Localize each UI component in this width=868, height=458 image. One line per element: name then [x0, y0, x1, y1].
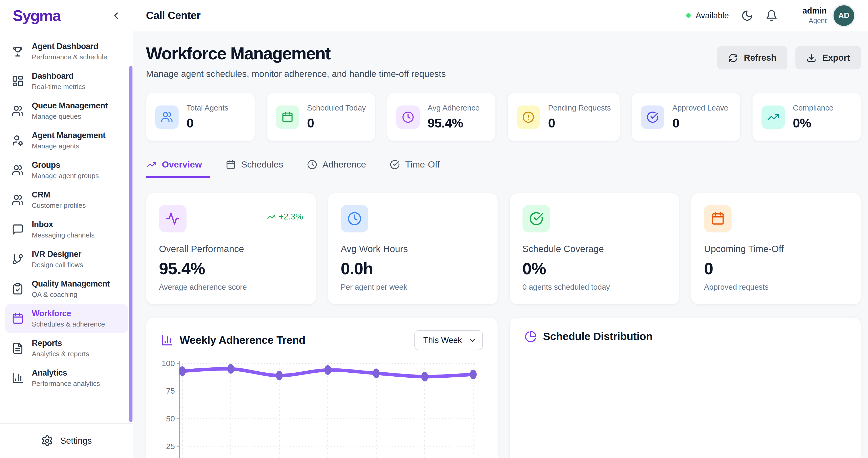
stat-card-avg-adherence: Avg Adherence 95.4%: [387, 93, 496, 141]
nav-item-sub: Performance & schedule: [32, 53, 107, 61]
stat-texts: Pending Requests 0: [548, 104, 611, 130]
nav-item-label: Dashboard: [32, 71, 73, 81]
metric-value: 95.4%: [159, 259, 303, 278]
trending-up-icon: [267, 213, 276, 221]
page-header: Workforce Management Manage agent schedu…: [146, 43, 861, 79]
chart-title-row: Schedule Distribution: [525, 330, 653, 343]
stat-label: Scheduled Today: [307, 104, 366, 112]
main-area: Call Center Available admin Agent AD: [133, 0, 868, 458]
nav-item-sub: Performance analytics: [32, 379, 100, 388]
check-circle-icon: [390, 159, 400, 170]
users-icon: [12, 194, 24, 206]
sidebar: Sygma Agent DashboardPerformance & sched…: [0, 0, 133, 458]
user-menu[interactable]: admin Agent AD: [803, 5, 854, 26]
sidebar-item-dashboard[interactable]: DashboardReal-time metrics: [5, 67, 128, 95]
svg-text:25: 25: [166, 442, 175, 451]
sidebar-item-agent-management[interactable]: Agent ManagementManage agents: [5, 126, 128, 155]
stat-label: Avg Adherence: [428, 104, 479, 112]
nav-item-sub: Real-time metrics: [32, 83, 85, 91]
sidebar-item-reports[interactable]: ReportsAnalytics & reports: [5, 334, 128, 363]
sidebar-item-analytics[interactable]: AnalyticsPerformance analytics: [5, 364, 128, 392]
nav-item-label: Inbox: [32, 220, 53, 229]
tab-adherence[interactable]: Adherence: [307, 158, 374, 178]
avatar[interactable]: AD: [834, 5, 854, 26]
metric-sub: Approved requests: [704, 283, 848, 292]
metric-sub: Average adherence score: [159, 283, 303, 292]
tab-overview[interactable]: Overview: [146, 158, 210, 178]
stat-texts: Approved Leave 0: [672, 104, 728, 130]
stat-value: 95.4%: [428, 116, 479, 130]
page-title: Workforce Management: [146, 43, 446, 63]
metric-card-schedule-coverage: Schedule Coverage 0% 0 agents scheduled …: [509, 193, 680, 305]
stat-label: Approved Leave: [672, 104, 728, 112]
bell-icon: [766, 9, 778, 22]
dark-mode-toggle[interactable]: [741, 9, 753, 22]
pie-chart-icon: [525, 331, 537, 343]
sidebar-item-quality-management[interactable]: Quality ManagementQA & coaching: [5, 275, 128, 303]
nav-item-sub: QA & coaching: [32, 291, 110, 299]
chart-header: Weekly Adherence Trend This Week: [161, 330, 483, 350]
calendar-icon: [704, 205, 732, 233]
nav-item-label: Agent Dashboard: [32, 41, 98, 51]
tab-schedules[interactable]: Schedules: [225, 158, 291, 178]
nav-item-sub: Design call flows: [32, 261, 83, 269]
topbar-controls: Available admin Agent AD: [686, 5, 854, 26]
export-button[interactable]: Export: [796, 46, 861, 69]
notifications-button[interactable]: [766, 9, 778, 22]
sidebar-footer: Settings: [0, 423, 133, 458]
user-role: Agent: [803, 17, 827, 25]
metric-row: +2.3% Overall Performance 95.4% Average …: [146, 193, 861, 305]
metric-label: Avg Work Hours: [341, 244, 485, 254]
sidebar-scrollbar[interactable]: [129, 66, 132, 422]
bar-chart-icon: [161, 334, 173, 346]
charts-row: Weekly Adherence Trend This Week MonTueW…: [146, 317, 861, 458]
sidebar-collapse-button[interactable]: [110, 9, 122, 22]
metric-label: Schedule Coverage: [523, 244, 666, 254]
users-icon: [155, 105, 179, 129]
stats-row: Total Agents 0 Scheduled Today 0 Avg Adh…: [146, 93, 861, 141]
topbar-divider: [790, 7, 790, 24]
tab-label: Adherence: [322, 159, 366, 170]
range-select[interactable]: This Week: [414, 330, 483, 350]
calendar-icon: [276, 105, 299, 129]
trending-up-icon: [762, 105, 785, 129]
content: Workforce Management Manage agent schedu…: [133, 31, 868, 458]
sidebar-item-agent-dashboard[interactable]: Agent DashboardPerformance & schedule: [5, 37, 128, 66]
tab-time-off[interactable]: Time-Off: [389, 158, 447, 178]
chart-header: Schedule Distribution: [525, 330, 846, 343]
chevron-left-icon: [111, 10, 121, 21]
clock-icon: [307, 159, 317, 170]
tab-label: Time-Off: [405, 159, 440, 170]
chart-title-row: Weekly Adherence Trend: [161, 334, 305, 346]
nav-item-label: IVR Designer: [32, 249, 81, 259]
message-square-icon: [12, 223, 24, 236]
tab-label: Schedules: [241, 159, 283, 170]
metric-card-upcoming-time-off: Upcoming Time-Off 0 Approved requests: [691, 193, 861, 305]
trend-badge: +2.3%: [267, 212, 303, 221]
nav-item-label: Queue Management: [32, 101, 108, 110]
refresh-button[interactable]: Refresh: [717, 46, 788, 69]
stat-texts: Avg Adherence 95.4%: [428, 104, 479, 130]
export-label: Export: [822, 53, 850, 63]
stat-label: Total Agents: [187, 104, 228, 112]
nav-item-label: Reports: [32, 338, 62, 348]
nav-item-sub: Manage agents: [32, 142, 105, 150]
stat-label: Pending Requests: [548, 104, 611, 112]
nav-item-label: Workforce: [32, 309, 71, 318]
sidebar-item-ivr-designer[interactable]: IVR DesignerDesign call flows: [5, 245, 128, 274]
nav-item-sub: Manage queues: [32, 112, 108, 121]
sidebar-item-queue-management[interactable]: Queue ManagementManage queues: [5, 96, 128, 125]
metric-value: 0: [704, 259, 848, 278]
sidebar-item-inbox[interactable]: InboxMessaging channels: [5, 215, 128, 244]
app-title: Call Center: [146, 9, 200, 22]
sidebar-item-settings[interactable]: Settings: [41, 435, 92, 447]
sidebar-item-workforce[interactable]: WorkforceSchedules & adherence: [5, 304, 128, 333]
adherence-trend-chart: MonTueWedThuFriSatSun0255075100: [161, 358, 482, 458]
agent-status-chip[interactable]: Available: [686, 11, 728, 21]
status-label: Available: [695, 11, 728, 21]
chart-title: Weekly Adherence Trend: [180, 334, 305, 346]
sidebar-logo-row: Sygma: [0, 0, 133, 31]
stat-value: 0: [672, 116, 728, 130]
sidebar-item-groups[interactable]: GroupsManage agent groups: [5, 156, 128, 184]
sidebar-item-crm[interactable]: CRMCustomer profiles: [5, 186, 128, 214]
